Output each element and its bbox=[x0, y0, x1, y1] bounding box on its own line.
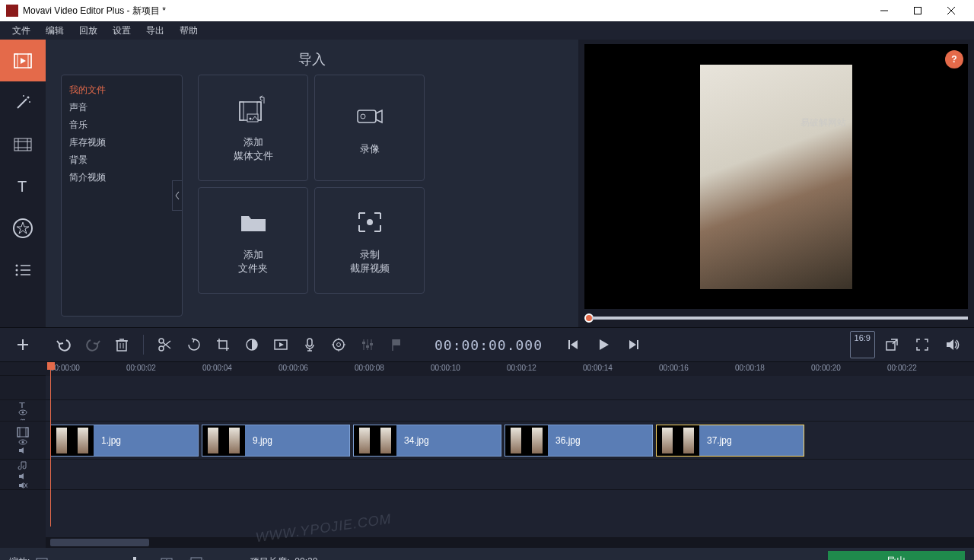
redo-button[interactable] bbox=[79, 331, 107, 358]
timeline-clip[interactable]: 34.jpg bbox=[353, 425, 501, 457]
speaker-icon[interactable] bbox=[18, 473, 27, 480]
svg-point-11 bbox=[23, 95, 24, 97]
cat-my-files[interactable]: 我的文件 bbox=[69, 81, 174, 99]
ruler-mark: 00:00:16 bbox=[659, 364, 689, 372]
tile-add-media[interactable]: 添加 媒体文件 bbox=[198, 75, 308, 181]
record-audio-button[interactable] bbox=[296, 331, 323, 358]
minimize-button[interactable] bbox=[867, 0, 901, 21]
maximize-button[interactable] bbox=[901, 0, 934, 21]
menu-file[interactable]: 文件 bbox=[5, 23, 38, 39]
menu-edit[interactable]: 编辑 bbox=[38, 23, 72, 39]
tile-record-video[interactable]: 录像 bbox=[314, 75, 425, 181]
link-icon[interactable] bbox=[19, 417, 27, 421]
timeline-clip[interactable]: 36.jpg bbox=[505, 425, 653, 457]
sidebar-more[interactable] bbox=[0, 249, 46, 291]
menu-help[interactable]: 帮助 bbox=[172, 23, 205, 39]
zoom-in-icon[interactable] bbox=[161, 556, 174, 560]
svg-rect-61 bbox=[370, 343, 373, 345]
cat-stock-video[interactable]: 库存视频 bbox=[69, 134, 174, 151]
aspect-ratio-button[interactable]: 16:9 bbox=[850, 331, 875, 358]
playhead-handle[interactable] bbox=[47, 362, 55, 370]
svg-point-20 bbox=[16, 264, 18, 266]
close-button[interactable] bbox=[934, 0, 968, 21]
track-head-audio[interactable] bbox=[0, 460, 46, 490]
speaker-icon[interactable] bbox=[18, 447, 27, 454]
clip-thumb bbox=[678, 425, 699, 456]
svg-marker-32 bbox=[376, 110, 382, 123]
scrollbar-thumb[interactable] bbox=[50, 539, 149, 546]
svg-marker-19 bbox=[17, 222, 29, 234]
sidebar-titles[interactable]: T bbox=[0, 165, 46, 207]
delete-button[interactable] bbox=[108, 331, 135, 358]
menu-settings[interactable]: 设置 bbox=[105, 23, 138, 39]
play-button[interactable] bbox=[590, 331, 617, 358]
zoom-slider-handle[interactable] bbox=[133, 557, 136, 560]
cat-music[interactable]: 音乐 bbox=[69, 116, 174, 134]
svg-point-73 bbox=[22, 411, 24, 413]
next-frame-button[interactable] bbox=[620, 331, 648, 358]
svg-point-78 bbox=[22, 441, 24, 443]
undo-button[interactable] bbox=[50, 331, 78, 358]
timeline-clip[interactable]: 9.jpg bbox=[202, 425, 350, 457]
tile-record-screen-label: 录制 截屏视频 bbox=[350, 248, 390, 275]
folder-icon bbox=[238, 205, 269, 239]
clip-thumb bbox=[51, 425, 72, 456]
help-button[interactable]: ? bbox=[945, 50, 963, 68]
sidebar-stickers[interactable] bbox=[0, 207, 46, 249]
color-adjust-button[interactable] bbox=[238, 331, 266, 358]
ruler-mark: 00:00:04 bbox=[202, 364, 232, 372]
audio-track-icon bbox=[18, 460, 28, 471]
cat-sound[interactable]: 声音 bbox=[69, 99, 174, 116]
mute-icon[interactable] bbox=[18, 482, 27, 489]
volume-button[interactable] bbox=[939, 331, 966, 358]
sidebar-transitions[interactable] bbox=[0, 123, 46, 165]
cat-intro-video[interactable]: 简介视频 bbox=[69, 169, 174, 186]
sidebar-import[interactable] bbox=[0, 40, 46, 81]
equalizer-button[interactable] bbox=[354, 331, 381, 358]
menu-playback[interactable]: 回放 bbox=[72, 23, 105, 39]
marker-button[interactable] bbox=[383, 331, 410, 358]
tile-add-folder-label: 添加 文件夹 bbox=[238, 248, 268, 275]
clip-label: 34.jpg bbox=[396, 435, 437, 446]
rotate-button[interactable] bbox=[180, 331, 208, 358]
tile-add-folder[interactable]: 添加 文件夹 bbox=[198, 187, 308, 294]
add-track-button[interactable] bbox=[9, 331, 37, 358]
svg-marker-65 bbox=[571, 340, 578, 349]
zoom-out-icon[interactable] bbox=[36, 556, 49, 560]
prev-frame-button[interactable] bbox=[559, 331, 587, 358]
collapse-categories[interactable] bbox=[172, 180, 183, 211]
fullscreen-button[interactable] bbox=[909, 331, 936, 358]
timeline-clip[interactable]: 37.jpg bbox=[656, 425, 804, 457]
svg-rect-74 bbox=[18, 428, 28, 437]
clip-thumb bbox=[527, 425, 548, 456]
split-button[interactable] bbox=[151, 331, 179, 358]
menu-export[interactable]: 导出 bbox=[138, 23, 172, 39]
ruler-mark: 00:00:20 bbox=[811, 364, 841, 372]
zoom-fit-icon[interactable] bbox=[188, 556, 205, 560]
svg-text:T: T bbox=[19, 400, 25, 408]
transition-wizard-button[interactable] bbox=[267, 331, 294, 358]
svg-point-51 bbox=[337, 343, 341, 347]
timeline-scrollbar[interactable] bbox=[46, 537, 974, 548]
svg-point-22 bbox=[16, 269, 18, 271]
video-track[interactable]: 1.jpg9.jpg34.jpg36.jpg37.jpg WWW.YPOJIE.… bbox=[46, 422, 974, 460]
tile-record-screen[interactable]: 录制 截屏视频 bbox=[314, 187, 425, 294]
timeline-body[interactable]: 00:00:0000:00:0200:00:0400:00:0600:00:08… bbox=[46, 362, 974, 548]
titles-track[interactable] bbox=[46, 400, 974, 422]
audio-track[interactable] bbox=[46, 460, 974, 490]
clip-properties-button[interactable] bbox=[325, 331, 352, 358]
track-head-video[interactable] bbox=[0, 422, 46, 460]
timeline-clip[interactable]: 1.jpg bbox=[50, 425, 199, 457]
preview-scrubber[interactable] bbox=[584, 313, 968, 323]
sidebar-filters[interactable] bbox=[0, 81, 46, 123]
eye-icon[interactable] bbox=[18, 439, 27, 445]
scrubber-track[interactable] bbox=[592, 317, 968, 320]
track-head-titles[interactable]: T bbox=[0, 400, 46, 422]
crop-button[interactable] bbox=[209, 331, 237, 358]
cat-background[interactable]: 背景 bbox=[69, 151, 174, 169]
export-button[interactable]: 导出 bbox=[828, 551, 965, 560]
detach-preview-button[interactable] bbox=[878, 331, 906, 358]
ruler-mark: 00:00:18 bbox=[735, 364, 765, 372]
eye-icon[interactable] bbox=[18, 409, 27, 415]
timeline-ruler[interactable]: 00:00:0000:00:0200:00:0400:00:0600:00:08… bbox=[46, 362, 974, 376]
